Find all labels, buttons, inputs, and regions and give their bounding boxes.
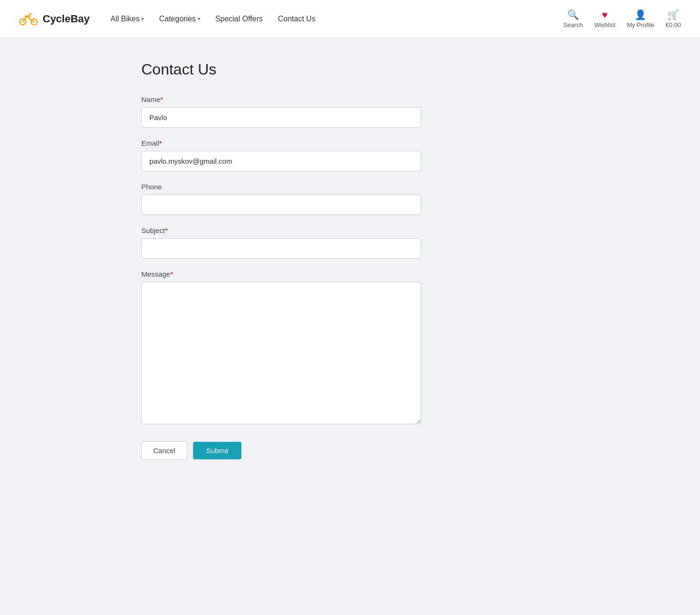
navbar: CycleBay All Bikes ▾ Categories ▾ Specia… <box>0 0 700 38</box>
subject-required-star: * <box>165 226 168 234</box>
message-required-star: * <box>170 270 173 278</box>
nav-item-categories[interactable]: Categories ▾ <box>153 11 205 27</box>
name-required-star: * <box>160 95 163 103</box>
nav-link-contact-us[interactable]: Contact Us <box>272 11 321 27</box>
submit-button[interactable]: Submit <box>193 442 242 459</box>
message-textarea[interactable] <box>141 282 421 424</box>
brand-name: CycleBay <box>43 13 90 25</box>
nav-item-contact-us[interactable]: Contact Us <box>272 11 321 27</box>
user-icon: 👤 <box>635 9 646 20</box>
name-field-group: Name* <box>141 95 559 128</box>
nav-link-categories[interactable]: Categories ▾ <box>153 11 205 27</box>
chevron-down-icon: ▾ <box>141 16 144 21</box>
nav-link-special-offers[interactable]: Special Offers <box>210 11 268 27</box>
nav-item-all-bikes[interactable]: All Bikes ▾ <box>105 11 149 27</box>
wishlist-action[interactable]: ♥ Wishlist <box>594 9 616 28</box>
page-title: Contact Us <box>141 61 559 78</box>
phone-input[interactable] <box>141 195 421 215</box>
email-input[interactable] <box>141 151 421 171</box>
search-action[interactable]: 🔍 Search <box>563 9 583 28</box>
name-label: Name* <box>141 95 559 103</box>
chevron-down-icon: ▾ <box>198 16 200 21</box>
email-label: Email* <box>141 139 559 147</box>
bike-icon <box>19 12 38 26</box>
cart-action[interactable]: 🛒 €0.00 <box>665 9 681 28</box>
subject-input[interactable] <box>141 238 421 259</box>
main-content: Contact Us Name* Email* Phone Subject* <box>122 38 578 498</box>
profile-action[interactable]: 👤 My Profile <box>627 9 654 28</box>
name-input[interactable] <box>141 107 421 128</box>
message-label: Message* <box>141 270 559 278</box>
email-required-star: * <box>159 139 162 147</box>
search-icon: 🔍 <box>567 9 579 20</box>
navbar-right: 🔍 Search ♥ Wishlist 👤 My Profile 🛒 €0.00 <box>563 9 681 28</box>
message-field-group: Message* <box>141 270 559 426</box>
nav-link-all-bikes[interactable]: All Bikes ▾ <box>105 11 149 27</box>
nav-item-special-offers[interactable]: Special Offers <box>210 11 268 27</box>
brand-logo[interactable]: CycleBay <box>19 12 90 26</box>
subject-field-group: Subject* <box>141 226 559 259</box>
contact-form: Name* Email* Phone Subject* Message* <box>141 95 559 460</box>
email-field-group: Email* <box>141 139 559 171</box>
nav-links: All Bikes ▾ Categories ▾ Special Offers … <box>105 11 321 27</box>
phone-field-group: Phone <box>141 183 559 215</box>
cart-icon: 🛒 <box>667 9 679 20</box>
phone-label: Phone <box>141 183 559 191</box>
form-actions: Cancel Submit <box>141 441 559 460</box>
navbar-left: CycleBay All Bikes ▾ Categories ▾ Specia… <box>19 11 321 27</box>
heart-icon: ♥ <box>602 9 608 20</box>
subject-label: Subject* <box>141 226 559 234</box>
cancel-button[interactable]: Cancel <box>141 441 187 460</box>
